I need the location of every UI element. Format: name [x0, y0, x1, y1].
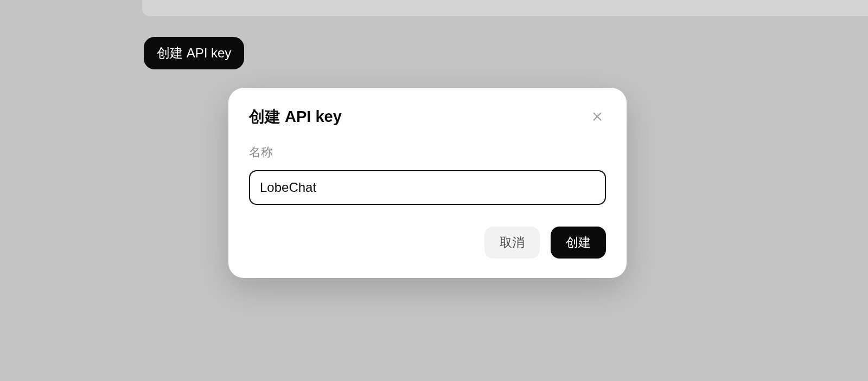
create-api-key-modal: 创建 API key 名称 取消 创建 [228, 88, 627, 278]
cancel-button[interactable]: 取消 [484, 227, 540, 259]
header-strip [142, 0, 868, 16]
modal-title: 创建 API key [249, 106, 342, 128]
confirm-button[interactable]: 创建 [551, 227, 606, 259]
create-api-key-button[interactable]: 创建 API key [144, 37, 244, 69]
close-button[interactable] [589, 108, 606, 126]
modal-footer: 取消 创建 [249, 227, 606, 259]
modal-header: 创建 API key [249, 106, 606, 128]
close-icon [591, 111, 603, 124]
name-field-label: 名称 [249, 144, 606, 160]
name-input[interactable] [249, 170, 606, 205]
